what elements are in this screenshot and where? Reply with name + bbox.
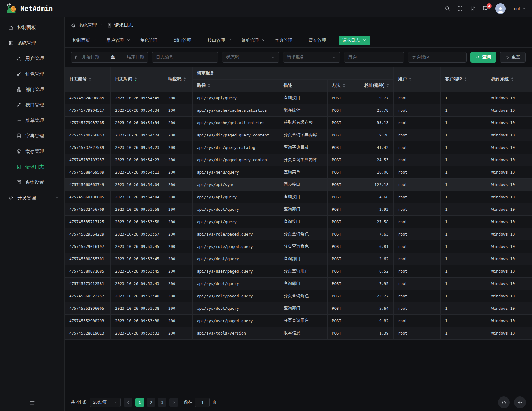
table-row[interactable]: 4757456357171252023-10-26 09:53:58200api… [65, 215, 532, 228]
sidebar-item-系统管理[interactable]: 系统管理 [0, 35, 64, 51]
table-row[interactable]: 4757457799372852023-10-26 09:54:34200api… [65, 116, 532, 129]
table-row[interactable]: 4757456884695092023-10-26 09:54:11200api… [65, 166, 532, 178]
chevron-right-icon [172, 400, 176, 405]
page-button-2[interactable]: 2 [147, 398, 155, 407]
col-header-client-ip[interactable]: 客户端IP [441, 67, 487, 92]
app-window: NetAdmin 3 root 控制面板系统管理用户管理角色管理部门管理接口管理… [0, 0, 532, 411]
sidebar-item-字典管理[interactable]: 字典管理 [0, 128, 64, 144]
close-icon[interactable] [161, 39, 164, 42]
tab-角色管理[interactable]: 角色管理 [136, 36, 168, 45]
table-row[interactable]: 4757457370275892023-10-26 09:54:23200api… [65, 141, 532, 154]
col-header-log-id[interactable]: 日志编号 [65, 67, 111, 92]
message-icon[interactable]: 3 [483, 6, 488, 11]
sidebar-item-控制面板[interactable]: 控制面板 [0, 20, 64, 35]
col-header-user[interactable]: 用户 [394, 67, 441, 92]
top-header: NetAdmin 3 root [0, 0, 532, 17]
log-id-input[interactable] [152, 52, 218, 63]
goto-page-input[interactable] [195, 398, 210, 407]
table-row[interactable]: 4757455739125812023-10-26 09:53:43200api… [65, 277, 532, 290]
tab-缓存管理[interactable]: 缓存管理 [305, 36, 336, 45]
sidebar: 控制面板系统管理用户管理角色管理部门管理接口管理菜单管理字典管理缓存管理请求日志… [0, 17, 65, 411]
pagination-bar: 共 44 条 20条/页 123 前往 页 [65, 394, 532, 411]
page-button-1[interactable]: 1 [135, 398, 144, 407]
col-header-os[interactable]: 操作系统 [487, 67, 532, 92]
header-actions: 3 root [444, 3, 526, 14]
sidebar-item-开发管理[interactable]: 开发管理 [0, 190, 64, 206]
sidebar-item-部门管理[interactable]: 部门管理 [0, 82, 64, 97]
tab-控制面板[interactable]: 控制面板 [69, 36, 100, 45]
table-row[interactable]: 4757456293642292023-10-26 09:53:57200api… [65, 228, 532, 240]
sidebar-item-菜单管理[interactable]: 菜单管理 [0, 113, 64, 128]
table-row[interactable]: 4757455790161972023-10-26 09:53:45200api… [65, 240, 532, 253]
close-icon[interactable] [194, 39, 198, 42]
sidebar-item-缓存管理[interactable]: 缓存管理 [0, 144, 64, 159]
fullscreen-icon[interactable] [457, 6, 463, 11]
table-row[interactable]: 4757457371832372023-10-26 09:54:23200api… [65, 154, 532, 166]
date-range-picker[interactable]: 开始日期 至 结束日期 [71, 52, 148, 63]
tab-字典管理[interactable]: 字典管理 [271, 36, 302, 45]
page-button-3[interactable]: 3 [158, 398, 166, 407]
user-input[interactable] [344, 52, 404, 63]
close-icon[interactable] [329, 39, 332, 42]
table-row[interactable]: 4757455605227572023-10-26 09:53:40200api… [65, 290, 532, 302]
sort-icon [135, 77, 137, 81]
next-page-button[interactable] [169, 398, 178, 407]
sidebar-item-请求日志[interactable]: 请求日志 [0, 159, 64, 175]
sidebar-item-系统设置[interactable]: 系统设置 [0, 175, 64, 190]
sidebar-item-用户管理[interactable]: 用户管理 [0, 51, 64, 66]
close-icon[interactable] [363, 39, 366, 42]
sort-icon [409, 77, 411, 81]
col-header-status[interactable]: 响应码 [164, 67, 193, 92]
avatar[interactable] [495, 3, 506, 14]
tab-接口管理[interactable]: 接口管理 [204, 36, 235, 45]
status-select[interactable]: 状态码 [222, 52, 279, 63]
user-menu[interactable]: root [513, 6, 526, 11]
app-logo[interactable]: NetAdmin [6, 3, 53, 14]
table-row[interactable]: 4757455528960052023-10-26 09:53:38200api… [65, 302, 532, 314]
client-ip-input[interactable] [408, 52, 467, 63]
close-icon[interactable] [228, 39, 231, 42]
sidebar-item-角色管理[interactable]: 角色管理 [0, 66, 64, 82]
date-end-placeholder: 结束日期 [127, 54, 144, 60]
sidebar-item-接口管理[interactable]: 接口管理 [0, 97, 64, 113]
table-row[interactable]: 4757457407508532023-10-26 09:54:24200api… [65, 129, 532, 141]
page-size-select[interactable]: 20条/页 [90, 398, 121, 407]
refresh-icon [505, 55, 509, 59]
table-row[interactable]: 4757457799045172023-10-26 09:54:34200api… [65, 104, 532, 116]
page-settings-button[interactable] [514, 396, 526, 408]
table-row[interactable]: 4757455808553012023-10-26 09:53:45200api… [65, 253, 532, 265]
tab-请求日志[interactable]: 请求日志 [339, 36, 370, 45]
table-row[interactable]: 4757458248908852023-10-26 09:54:45200api… [65, 92, 532, 104]
col-header-path[interactable]: 路径 [193, 79, 279, 92]
api-icon [16, 102, 22, 108]
tab-部门管理[interactable]: 部门管理 [170, 36, 201, 45]
table-row[interactable]: 4757455286190132023-10-26 09:53:32200api… [65, 327, 532, 339]
search-icon[interactable] [444, 6, 450, 11]
close-icon[interactable] [93, 39, 97, 42]
tab-菜单管理[interactable]: 菜单管理 [238, 36, 269, 45]
tab-用户管理[interactable]: 用户管理 [103, 36, 134, 45]
table-row[interactable]: 4757455808716852023-10-26 09:53:45200api… [65, 265, 532, 277]
chevron-down-icon [55, 196, 59, 200]
col-header-elapsed[interactable]: 耗时(毫秒) [357, 79, 394, 92]
close-icon[interactable] [262, 39, 265, 42]
table-row[interactable]: 4757456324567092023-10-26 09:53:58200api… [65, 203, 532, 215]
close-icon[interactable] [127, 39, 130, 42]
table-row[interactable]: 4757456601088052023-10-26 09:54:04200api… [65, 191, 532, 203]
reset-button[interactable]: 重置 [500, 52, 526, 63]
service-select[interactable]: 请求服务 [283, 52, 340, 63]
search-button[interactable]: 查询 [470, 52, 496, 63]
snail-logo-icon [6, 3, 17, 14]
col-header-method[interactable]: 方法 [328, 79, 357, 92]
refresh-button[interactable] [498, 396, 510, 408]
close-icon[interactable] [295, 39, 299, 42]
breadcrumb-request-log[interactable]: 请求日志 [107, 22, 133, 28]
table-row[interactable]: 4757455529082932023-10-26 09:53:38200api… [65, 314, 532, 327]
breadcrumb-system[interactable]: 系统管理 [71, 22, 97, 28]
swap-vertical-icon[interactable] [470, 6, 476, 11]
col-header-log-time[interactable]: 日志时间 [111, 67, 164, 92]
col-header-desc[interactable]: 描述 [279, 79, 328, 92]
prev-page-button[interactable] [124, 398, 132, 407]
collapse-menu-icon[interactable] [29, 400, 35, 406]
table-row[interactable]: 4757456600637492023-10-26 09:54:04200api… [65, 178, 532, 191]
